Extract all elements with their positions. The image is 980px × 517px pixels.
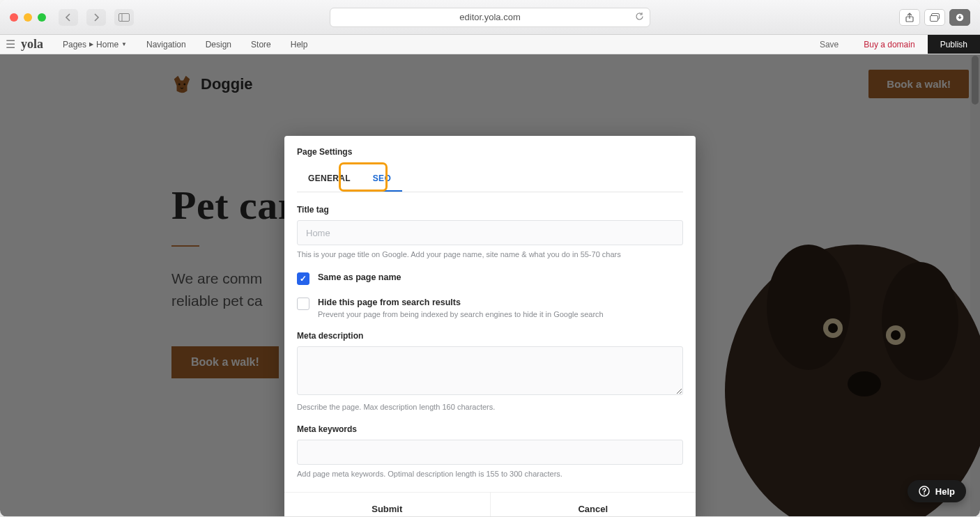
meta-keywords-hint: Add page meta keywords. Optimal descript… (297, 469, 683, 479)
save-button[interactable]: Save (807, 35, 851, 54)
meta-keywords-label: Meta keywords (297, 424, 683, 434)
yola-logo[interactable]: yola (21, 37, 43, 52)
window-controls (10, 13, 46, 22)
hide-from-search-sub: Prevent your page from being indexed by … (318, 310, 604, 318)
svg-rect-4 (931, 15, 938, 21)
menu-pages[interactable]: Pages▶Home▼ (63, 40, 127, 49)
same-as-page-name-label: Same as page name (318, 272, 401, 282)
svg-point-17 (924, 493, 925, 495)
meta-description-input[interactable] (297, 346, 683, 395)
address-bar[interactable]: editor.yola.com (330, 8, 650, 27)
back-button[interactable] (59, 9, 78, 26)
hide-from-search-checkbox[interactable] (297, 298, 309, 310)
editor-canvas: Doggie Book a walk! Pet care We are comm… (0, 54, 980, 517)
modal-title: Page Settings (297, 147, 683, 157)
menu-help[interactable]: Help (291, 40, 308, 49)
svg-rect-0 (119, 13, 130, 21)
same-as-page-name-checkbox[interactable] (297, 272, 309, 285)
menu-design[interactable]: Design (206, 40, 231, 49)
meta-keywords-input[interactable] (297, 440, 683, 465)
title-tag-input[interactable] (297, 220, 683, 245)
tabs-icon[interactable] (924, 9, 945, 26)
maximize-window-icon[interactable] (38, 13, 46, 22)
url-text: editor.yola.com (459, 12, 520, 22)
help-widget[interactable]: Help (908, 480, 966, 502)
publish-button[interactable]: Publish (928, 35, 980, 54)
meta-description-hint: Describe the page. Max description lengt… (297, 402, 683, 412)
buy-domain-button[interactable]: Buy a domain (851, 35, 927, 54)
meta-description-label: Meta description (297, 331, 683, 341)
hamburger-icon[interactable]: ☰ (0, 38, 21, 51)
share-icon[interactable] (899, 9, 920, 26)
hide-from-search-label: Hide this page from search results (318, 298, 604, 307)
forward-button[interactable] (86, 9, 106, 26)
page-settings-modal: Page Settings GENERAL SEO Title tag This… (284, 136, 696, 517)
cancel-button[interactable]: Cancel (490, 493, 696, 517)
tab-general[interactable]: GENERAL (297, 167, 362, 192)
tab-seo[interactable]: SEO (362, 167, 402, 192)
title-tag-hint: This is your page title on Google. Add y… (297, 249, 683, 260)
downloads-icon[interactable] (949, 9, 970, 26)
sidebar-toggle-icon[interactable] (114, 9, 134, 26)
chevron-down-icon: ▼ (121, 41, 127, 47)
minimize-window-icon[interactable] (24, 13, 32, 22)
editor-topbar: ☰ yola Pages▶Home▼ Navigation Design Sto… (0, 35, 980, 54)
menu-navigation[interactable]: Navigation (146, 40, 186, 49)
chevron-right-icon: ▶ (89, 41, 93, 47)
menu-store[interactable]: Store (251, 40, 271, 49)
submit-button[interactable]: Submit (284, 493, 490, 517)
refresh-icon[interactable] (635, 12, 644, 23)
title-tag-label: Title tag (297, 205, 683, 215)
safari-toolbar: editor.yola.com (0, 0, 980, 35)
help-icon (919, 486, 930, 497)
help-label: Help (935, 486, 955, 497)
close-window-icon[interactable] (10, 13, 18, 22)
